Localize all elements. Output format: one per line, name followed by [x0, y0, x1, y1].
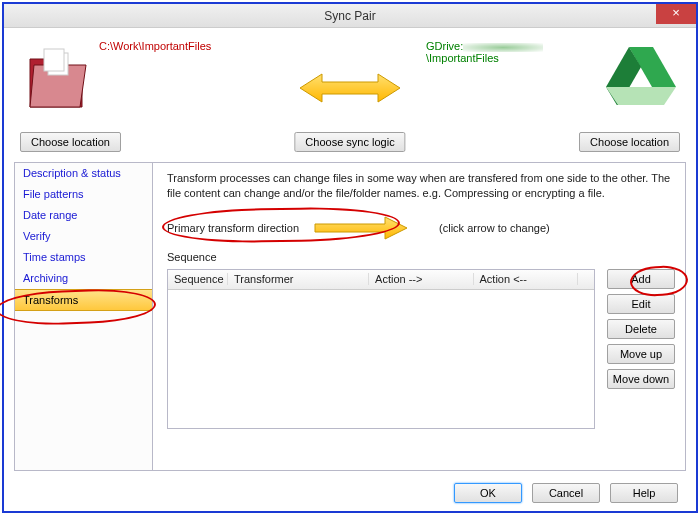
choose-location-left-button[interactable]: Choose location [20, 132, 121, 152]
svg-marker-6 [315, 217, 407, 239]
choose-sync-logic-button[interactable]: Choose sync logic [294, 132, 405, 152]
add-button[interactable]: Add [607, 269, 675, 289]
ptd-hint: (click arrow to change) [439, 222, 550, 234]
sidebar-item-archiving[interactable]: Archiving [15, 268, 152, 289]
footer-buttons: OK Cancel Help [454, 483, 678, 503]
sidebar-item-daterange[interactable]: Date range [15, 205, 152, 226]
delete-button[interactable]: Delete [607, 319, 675, 339]
location-button-row: Choose location Choose sync logic Choose… [4, 132, 696, 158]
window-title: Sync Pair [324, 9, 375, 23]
sync-direction-arrow[interactable] [300, 72, 400, 104]
side-buttons: Add Edit Delete Move up Move down [607, 269, 675, 429]
redacted-text [463, 43, 543, 52]
main-panel: Transform processes can change files in … [153, 163, 685, 470]
col-sequence[interactable]: Sequence [168, 273, 228, 285]
choose-location-right-button[interactable]: Choose location [579, 132, 680, 152]
header: C:\Work\ImportantFiles GDrive:\Important… [4, 28, 696, 123]
transforms-description: Transform processes can change files in … [167, 171, 675, 201]
moveup-button[interactable]: Move up [607, 344, 675, 364]
col-action-left[interactable]: Action <-- [474, 273, 578, 285]
transforms-table[interactable]: Sequence Transformer Action --> Action <… [167, 269, 595, 429]
sidebar-item-description[interactable]: Description & status [15, 163, 152, 184]
titlebar: Sync Pair × [4, 4, 696, 28]
col-action-right[interactable]: Action --> [369, 273, 473, 285]
help-button[interactable]: Help [610, 483, 678, 503]
close-button[interactable]: × [656, 4, 696, 24]
svg-marker-5 [300, 74, 400, 102]
ptd-arrow-icon[interactable] [313, 215, 409, 241]
svg-rect-1 [44, 49, 64, 71]
sidebar-item-timestamps[interactable]: Time stamps [15, 247, 152, 268]
edit-button[interactable]: Edit [607, 294, 675, 314]
folder-icon [26, 43, 92, 115]
left-location-path: C:\Work\ImportantFiles [99, 40, 211, 52]
table-header: Sequence Transformer Action --> Action <… [168, 270, 594, 290]
sequence-label: Sequence [167, 251, 675, 263]
svg-marker-4 [606, 87, 676, 105]
body-area: Description & status File patterns Date … [14, 162, 686, 471]
sidebar: Description & status File patterns Date … [15, 163, 153, 470]
movedown-button[interactable]: Move down [607, 369, 675, 389]
sidebar-item-patterns[interactable]: File patterns [15, 184, 152, 205]
right-location-path: GDrive:\ImportantFiles [426, 40, 596, 64]
sidebar-item-transforms[interactable]: Transforms [15, 289, 152, 311]
ok-button[interactable]: OK [454, 483, 522, 503]
primary-transform-direction-row: Primary transform direction (click arrow… [167, 215, 675, 241]
google-drive-icon [606, 43, 676, 105]
close-icon: × [672, 5, 680, 20]
cancel-button[interactable]: Cancel [532, 483, 600, 503]
sidebar-item-verify[interactable]: Verify [15, 226, 152, 247]
ptd-label: Primary transform direction [167, 222, 299, 234]
sync-pair-dialog: Sync Pair × C:\Work\ImportantFiles GDriv… [2, 2, 698, 513]
table-wrap: Sequence Transformer Action --> Action <… [167, 269, 675, 429]
col-transformer[interactable]: Transformer [228, 273, 369, 285]
